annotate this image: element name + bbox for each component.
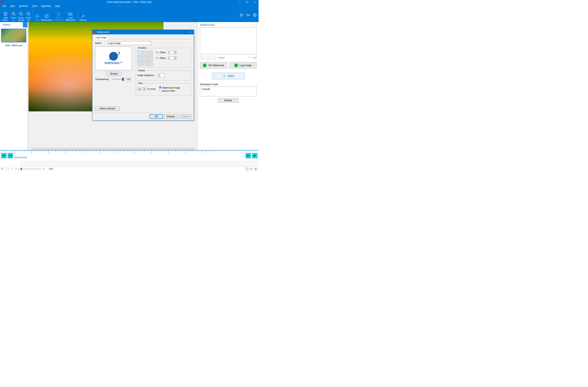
menu-selection[interactable]: Selection	[19, 5, 28, 7]
name-input[interactable]	[108, 41, 151, 45]
rewind-button[interactable]	[1, 153, 6, 158]
radio-watermark-image[interactable]: Watermark Image	[159, 86, 180, 89]
position-top-left[interactable]	[137, 51, 142, 55]
radio-source-video[interactable]: source video	[159, 89, 180, 92]
clip-track[interactable]	[21, 161, 258, 166]
arrow-right-icon	[222, 75, 226, 77]
step-forward-button[interactable]	[246, 153, 251, 158]
menu-view[interactable]: View	[10, 5, 15, 7]
watermarks-panel-close[interactable]: ×	[255, 23, 257, 26]
edit-link[interactable]: Edit	[253, 57, 257, 59]
position-bot-center[interactable]	[143, 61, 147, 66]
videos-panel-close[interactable]: ×	[23, 22, 27, 27]
ok-button[interactable]: OK	[150, 114, 163, 119]
app-icon	[1, 0, 4, 4]
zoom-minus-icon[interactable]: −	[11, 167, 13, 171]
zoom-actual-icon[interactable]: 1	[1, 167, 4, 170]
tab-logo-image[interactable]: Logo Image	[94, 35, 109, 39]
angle-label: Angle (Degrees)	[137, 74, 156, 77]
position-bot-left[interactable]	[137, 61, 142, 66]
svg-point-30	[242, 16, 243, 17]
position-mid-center[interactable]	[143, 56, 147, 61]
minimize-button[interactable]	[236, 0, 243, 4]
key-icon[interactable]	[246, 13, 250, 17]
position-grid[interactable]	[137, 51, 153, 66]
size-fieldset: Size ▲▼ % of the Watermark Image source …	[136, 82, 191, 95]
watermarks-panel-title: Watermarks	[200, 23, 255, 26]
video-filename: Field - 89182.mp4	[0, 44, 27, 47]
zoom-fit-icon[interactable]	[6, 167, 9, 170]
svg-rect-2	[3, 1, 3, 2]
zoom-in-button[interactable]: Zoom in	[10, 9, 17, 21]
dialog-close-button[interactable]: ×	[189, 31, 192, 33]
position-mid-right[interactable]	[148, 56, 153, 61]
destination-browse-button[interactable]: Browse	[218, 98, 239, 102]
facebook-icon[interactable]: f	[246, 167, 249, 170]
svg-line-11	[14, 14, 15, 16]
start-button[interactable]: Start	[212, 73, 245, 79]
watermarks-button[interactable]: C Watermarks	[40, 9, 53, 21]
options-button[interactable]: Options	[79, 9, 87, 21]
svg-rect-38	[94, 32, 96, 33]
maximize-button[interactable]	[243, 0, 251, 4]
window-title: Video Watermark Maker - Field - 89182.mp…	[107, 1, 152, 3]
twitter-icon[interactable]	[250, 167, 253, 170]
dialog-app-icon	[94, 31, 96, 33]
rotate-fieldset: Rotate Angle (Degrees)	[136, 69, 191, 81]
select-intervals-button[interactable]: Select Intervals	[95, 106, 120, 111]
step-back-button[interactable]	[8, 153, 13, 158]
add-files-button[interactable]: Add File(s)...	[1, 9, 10, 21]
close-button[interactable]	[251, 0, 258, 4]
svg-text:C: C	[46, 15, 47, 17]
svg-marker-55	[255, 168, 256, 170]
videos-panel: Videos × Field - 89182.mp4	[0, 22, 27, 150]
browse-logo-button[interactable]: Browse	[106, 72, 122, 76]
load-watermark-button[interactable]: W Load Watermark	[65, 9, 76, 21]
y-offset-spinner[interactable]: ▲▼	[168, 57, 176, 60]
svg-text:f: f	[247, 168, 248, 170]
timeline-ruler[interactable]: 00:00:00 00	[14, 151, 245, 161]
watermarks-list[interactable]	[200, 28, 257, 54]
svg-rect-42	[9, 155, 9, 157]
video-thumbnail[interactable]	[1, 29, 26, 42]
fast-forward-button[interactable]	[252, 153, 257, 158]
angle-input[interactable]	[158, 73, 165, 77]
transparency-slider[interactable]	[112, 79, 123, 80]
zoom-normal-button[interactable]: 1 Zoom normal	[17, 9, 25, 21]
add-logo-image-button[interactable]: +Logo Image	[229, 62, 257, 69]
x-offset-label: X - Offset	[156, 51, 167, 54]
canvas-view[interactable]: Watermarks × Logo Image Name	[28, 22, 198, 147]
horizontal-scrollbar[interactable]: ‹›	[28, 147, 198, 150]
cart-icon[interactable]	[239, 13, 243, 17]
menu-softorbits[interactable]: SoftOrbits	[41, 5, 51, 7]
transparency-value[interactable]	[126, 77, 131, 81]
cancel-button[interactable]: Отмена	[164, 114, 177, 119]
destination-folder-label: Destination Folder	[200, 83, 257, 86]
menu-help[interactable]: Help	[55, 5, 60, 7]
menu-tools[interactable]: Tools	[32, 5, 38, 7]
menu-file[interactable]: File	[3, 5, 6, 7]
move-down-button[interactable]	[206, 56, 210, 60]
position-top-center[interactable]	[143, 51, 147, 55]
position-top-right[interactable]	[148, 51, 153, 55]
youtube-icon[interactable]	[254, 167, 257, 170]
svg-rect-1	[2, 1, 2, 2]
x-offset-spinner[interactable]: ▲▼	[168, 51, 176, 54]
zoom-out-button[interactable]: Zoom out	[25, 9, 32, 21]
svg-point-28	[83, 15, 84, 16]
save-watermark-button: W Save Watermark	[53, 9, 64, 21]
titlebar: Video Watermark Maker - Field - 89182.mp…	[0, 0, 258, 4]
move-up-button[interactable]	[200, 56, 204, 60]
size-spinner[interactable]: ▲▼	[137, 87, 146, 91]
globe-icon[interactable]	[253, 13, 257, 17]
canvas-area: Watermarks × Logo Image Name	[27, 22, 198, 150]
of-the-label: % of the	[147, 88, 155, 90]
delete-link[interactable]: Delete	[218, 57, 225, 59]
svg-text:1: 1	[20, 13, 21, 14]
zoom-plus-icon[interactable]: +	[43, 167, 45, 171]
toggle-button[interactable]	[212, 56, 216, 60]
zoom-slider[interactable]	[15, 169, 41, 169]
position-bot-right[interactable]	[148, 61, 153, 66]
position-mid-left[interactable]	[137, 56, 142, 61]
add-text-watermark-button[interactable]: +Text Watermark	[200, 62, 227, 69]
